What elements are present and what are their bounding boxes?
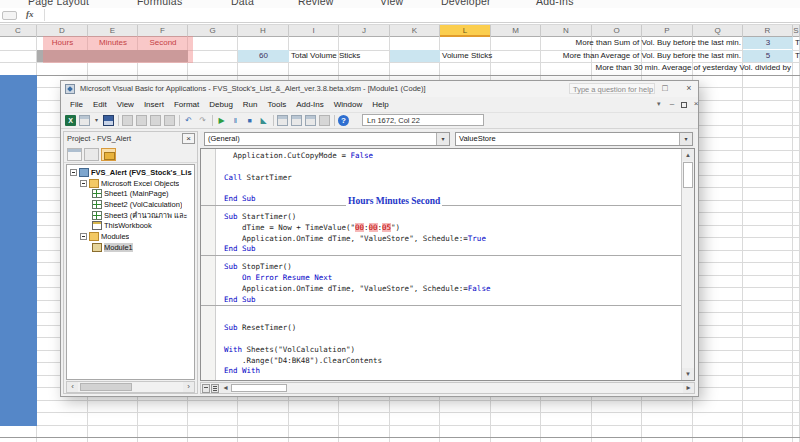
code-line[interactable]: Sub ResetTimer() xyxy=(224,323,681,334)
menu-insert[interactable]: Insert xyxy=(139,97,169,112)
project-panel-close-button[interactable]: × xyxy=(182,133,195,144)
scrollbar-thumb[interactable] xyxy=(231,384,287,392)
column-header-H[interactable]: H xyxy=(238,25,289,37)
column-header-C[interactable]: C xyxy=(0,25,37,37)
menu-run[interactable]: Run xyxy=(238,97,263,112)
ribbon-tab-developer[interactable]: Developer xyxy=(441,0,491,7)
code-line[interactable]: End Sub xyxy=(224,295,681,306)
code-line[interactable]: Sub StopTimer() xyxy=(224,262,681,273)
view-object-icon[interactable] xyxy=(79,115,90,126)
toolbox-icon[interactable] xyxy=(319,115,330,126)
dropdown-arrow-icon[interactable]: ▾ xyxy=(93,115,100,126)
properties-window-icon[interactable] xyxy=(291,115,302,126)
chevron-down-icon[interactable]: ▾ xyxy=(436,133,449,145)
undo-icon[interactable]: ↶ xyxy=(183,115,194,126)
ribbon-tab-formulas[interactable]: Formulas xyxy=(137,0,182,7)
cell-H2[interactable]: 60 xyxy=(238,50,289,62)
code-line[interactable] xyxy=(224,334,681,345)
column-header-M[interactable]: M xyxy=(491,25,541,37)
column-header-J[interactable]: J xyxy=(339,25,390,37)
collapse-icon[interactable] xyxy=(80,180,87,187)
code-line[interactable]: End Sub xyxy=(224,244,681,255)
code-line[interactable]: dTime = Now + TimeValue("00:00:05") xyxy=(224,223,681,234)
formula-bar[interactable]: fx xyxy=(0,8,800,23)
column-header-N[interactable]: N xyxy=(541,25,592,37)
help-search-input[interactable]: Type a question for help xyxy=(569,83,655,94)
cell-R1[interactable]: 3 xyxy=(743,37,793,49)
code-line[interactable]: With Sheets("VolCalculation") xyxy=(224,345,681,356)
menu-add-ins[interactable]: Add-Ins xyxy=(291,97,329,112)
project-explorer-icon[interactable] xyxy=(277,115,288,126)
ribbon-tab-add-ins[interactable]: Add-Ins xyxy=(536,0,574,7)
ribbon-tab-view[interactable]: View xyxy=(380,0,403,7)
procedure-view-button[interactable] xyxy=(202,384,210,393)
project-tree-item-sheet1[interactable]: Sheet1 (MainPage) xyxy=(67,188,194,199)
scroll-down-icon[interactable]: ▼ xyxy=(682,368,694,380)
cell-MQ2[interactable]: More than Average of Vol. Buy before the… xyxy=(491,50,743,62)
cell-L2[interactable]: Volume Sticks xyxy=(440,50,491,62)
code-line[interactable]: Application.OnTime dTime, "ValueStore", … xyxy=(224,284,681,295)
collapse-icon[interactable] xyxy=(70,169,77,176)
menu-help[interactable]: Help xyxy=(367,97,393,112)
cell-MR3[interactable]: More than 30 min. Average of yesterday V… xyxy=(491,62,793,74)
paste-icon[interactable] xyxy=(150,115,161,126)
scroll-left-icon[interactable]: ‹ xyxy=(67,382,78,392)
view-code-button[interactable] xyxy=(67,148,82,161)
mdi-minimize-button[interactable]: – xyxy=(667,99,677,110)
column-header-L[interactable]: L xyxy=(440,25,491,37)
mdi-restore-button[interactable] xyxy=(681,102,687,108)
cell-R2[interactable]: 5 xyxy=(743,50,793,62)
project-tree-item-sheet3[interactable]: Sheet3 (คำนวณภาพ และ xyxy=(67,210,194,221)
code-editor[interactable]: Application.CutCopyMode = FalseCall Star… xyxy=(200,148,695,381)
menu-edit[interactable]: Edit xyxy=(88,97,112,112)
find-icon[interactable] xyxy=(164,115,175,126)
code-line[interactable] xyxy=(224,312,681,323)
code-vertical-scrollbar[interactable]: ▲ ▼ xyxy=(681,149,694,380)
object-dropdown[interactable]: (General) ▾ xyxy=(204,132,450,146)
code-lines[interactable]: Application.CutCopyMode = FalseCall Star… xyxy=(201,149,681,380)
object-browser-icon[interactable] xyxy=(305,115,316,126)
excel-icon[interactable]: X xyxy=(65,115,76,126)
toggle-folders-button[interactable] xyxy=(101,148,116,161)
menu-tools[interactable]: Tools xyxy=(263,97,292,112)
column-header-Q[interactable]: Q xyxy=(693,25,743,37)
help-dropdown-icon[interactable]: ▾ xyxy=(657,100,661,108)
scroll-right-icon[interactable]: ▸ xyxy=(683,383,694,393)
chevron-down-icon[interactable]: ▾ xyxy=(679,133,692,145)
save-icon[interactable] xyxy=(103,115,114,126)
project-tree-item-thisworkbook[interactable]: ThisWorkbook xyxy=(67,220,194,231)
cell-S2[interactable]: T xyxy=(793,50,800,62)
code-horizontal-scrollbar[interactable]: ◂ ▸ xyxy=(200,382,695,394)
blue-filled-column[interactable] xyxy=(0,75,37,426)
view-object-button[interactable] xyxy=(84,148,99,161)
code-line[interactable] xyxy=(224,162,681,173)
cell-IJ2[interactable]: Total Volume Sticks xyxy=(289,50,390,62)
code-line[interactable]: End With xyxy=(224,366,681,377)
code-line[interactable]: End Sub xyxy=(224,194,681,205)
cut-icon[interactable] xyxy=(122,115,133,126)
cell-K2[interactable] xyxy=(390,50,440,62)
column-header-O[interactable]: O xyxy=(592,25,642,37)
close-button[interactable]: × xyxy=(679,81,699,97)
maximize-button[interactable]: □ xyxy=(655,81,675,97)
code-line[interactable]: Application.OnTime dTime, "ValueStore", … xyxy=(224,234,681,245)
code-line[interactable]: Call StartTimer xyxy=(224,173,681,184)
project-tree-item-modules[interactable]: Modules xyxy=(67,231,194,242)
code-line[interactable]: Sub StartTimer() xyxy=(224,212,681,223)
stop-icon[interactable]: ■ xyxy=(244,115,255,126)
menu-file[interactable]: File xyxy=(65,97,88,112)
menu-debug[interactable]: Debug xyxy=(204,97,238,112)
cell-MQ1[interactable]: More than Sum of Vol. Buy before the las… xyxy=(491,37,743,49)
mdi-close-button[interactable]: × xyxy=(691,99,701,110)
full-module-view-button[interactable] xyxy=(211,384,219,393)
project-tree-item-fvs-alert[interactable]: FVS_Alert (FVS_Stock's_Lis xyxy=(67,167,194,178)
scrollbar-thumb[interactable] xyxy=(683,162,693,188)
help-icon[interactable]: ? xyxy=(338,115,349,126)
ribbon-tab-page-layout[interactable]: Page Layout xyxy=(28,0,89,7)
column-header-I[interactable]: I xyxy=(289,25,339,37)
column-header-S[interactable]: S xyxy=(793,25,800,37)
project-horizontal-scrollbar[interactable]: ‹ › xyxy=(66,381,195,393)
ribbon-tab-review[interactable]: Review xyxy=(298,0,334,7)
scroll-up-icon[interactable]: ▲ xyxy=(682,149,694,161)
column-header-G[interactable]: G xyxy=(188,25,238,37)
